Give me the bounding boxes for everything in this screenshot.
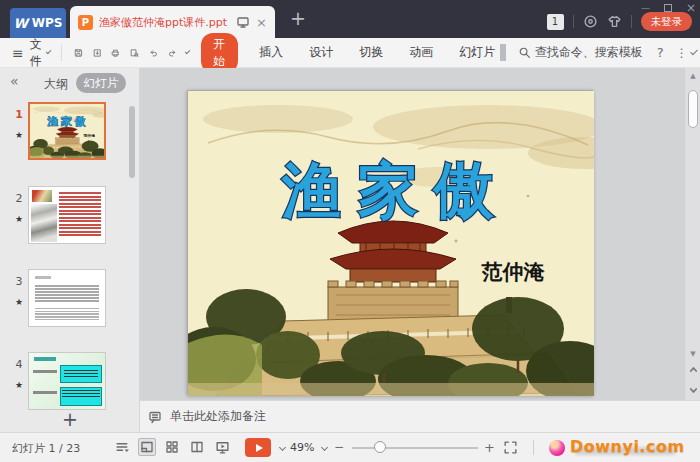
reading-view-icon[interactable] (188, 438, 206, 456)
file-menu-chevron-icon[interactable] (46, 49, 52, 55)
redo-icon[interactable] (168, 45, 177, 61)
slide-thumbnail-3[interactable] (28, 269, 106, 327)
slide-counter: 幻灯片 1 / 23 (12, 441, 80, 456)
outline-tab[interactable]: 大纲 (44, 76, 68, 93)
docer-ball-icon[interactable] (549, 440, 565, 456)
slide-number: 4 (12, 358, 26, 371)
zoom-in-icon[interactable]: + (484, 440, 495, 455)
hamburger-menu-icon[interactable]: ≡ (12, 45, 24, 61)
collapse-panel-icon[interactable]: « (10, 73, 19, 89)
next-slide-button[interactable] (686, 382, 700, 396)
zoom-slider-thumb[interactable] (374, 441, 386, 453)
undo-history-chevron-icon[interactable] (185, 49, 191, 55)
wps-logo-icon: W (13, 16, 27, 31)
command-search[interactable]: 查找命令、搜索模板 (518, 44, 643, 61)
thumbnail-red-text-block (59, 191, 101, 237)
export-icon[interactable] (93, 45, 102, 61)
more-options-icon[interactable]: ⋮ (676, 46, 688, 60)
search-label: 查找命令、搜索模板 (535, 44, 643, 61)
wps-home-tab[interactable]: W WPS (10, 8, 66, 38)
window-maximize-icon[interactable] (664, 4, 672, 12)
help-icon[interactable]: ? (657, 45, 664, 60)
play-options-chevron-icon[interactable] (279, 444, 286, 451)
zoom-level[interactable]: 49% (290, 441, 314, 454)
collapse-ribbon-icon[interactable] (690, 48, 698, 56)
play-slideshow-button[interactable] (245, 438, 271, 457)
animation-star-icon: ★ (12, 380, 26, 390)
tab-transition[interactable]: 切换 (359, 44, 383, 61)
tab-close-icon[interactable]: × (256, 15, 267, 30)
tab-design[interactable]: 设计 (309, 44, 333, 61)
slide-number: 2 (12, 192, 26, 205)
slide-sorter-view-icon[interactable] (163, 438, 181, 456)
tab-animation[interactable]: 动画 (409, 44, 433, 61)
document-tab[interactable]: P 渔家傲范仲淹ppt课件.ppt × (70, 6, 275, 38)
file-menu[interactable]: 文件 (30, 36, 43, 70)
thumbnail-image (32, 190, 52, 202)
notes-toggle-icon[interactable] (113, 438, 131, 456)
thumbnail-ink-painting (31, 204, 57, 242)
thumbnail-label-line (33, 391, 57, 394)
zoom-slider-track[interactable] (352, 447, 478, 449)
view-switcher (113, 438, 231, 456)
slideshow-view-icon[interactable] (213, 438, 231, 456)
divider (61, 45, 62, 61)
vertical-scrollbar: ▲ ▼ (684, 68, 700, 400)
titlebar: W WPS P 渔家傲范仲淹ppt课件.ppt × + — × 1 (0, 0, 700, 38)
slides-tab[interactable]: 幻灯片 (76, 73, 126, 93)
slide-number: 3 (12, 275, 26, 288)
zoom-out-icon[interactable]: − (334, 440, 344, 454)
add-slide-button[interactable]: + (0, 408, 140, 430)
scroll-down-icon[interactable]: ▼ (685, 350, 700, 358)
present-monitor-icon[interactable] (236, 15, 250, 29)
thumbnail-label-line (33, 370, 57, 373)
tab-slideshow[interactable]: 幻灯片 (459, 44, 495, 61)
statusbar: 幻灯片 1 / 23 (0, 432, 700, 462)
document-tab-title: 渔家傲范仲淹ppt课件.ppt (99, 15, 230, 30)
search-icon (518, 46, 531, 59)
ppt-file-icon: P (78, 15, 93, 30)
animation-star-icon: ★ (12, 297, 26, 307)
divider (573, 15, 574, 28)
slide-canvas-area (140, 68, 684, 400)
new-tab-button[interactable]: + (290, 7, 306, 29)
save-icon[interactable] (74, 45, 83, 61)
divider (533, 440, 534, 455)
zoom-chevron-icon[interactable] (321, 444, 328, 451)
scroll-up-icon[interactable]: ▲ (685, 72, 700, 80)
divider (631, 15, 632, 28)
thumbnail-title-line (34, 357, 56, 361)
notes-comment-icon (148, 410, 162, 424)
downyi-watermark: Downyi.com (570, 437, 685, 456)
normal-view-icon[interactable] (138, 438, 156, 456)
wps-presentation-window: 渔家傲 范仲淹 W WPS P 渔家傲范仲淹ppt课件.ppt × + — × … (0, 0, 700, 462)
notes-bar[interactable]: 单击此处添加备注 (140, 400, 700, 432)
print-preview-icon[interactable] (130, 45, 139, 61)
fit-to-window-icon[interactable] (503, 440, 518, 455)
thumbnail-cyan-box (60, 365, 102, 383)
notification-badge[interactable]: 1 (547, 14, 564, 30)
slide-thumbnail-4[interactable] (28, 352, 106, 410)
slide-thumbnail-art (30, 104, 104, 158)
wps-label: WPS (32, 16, 63, 30)
slide-thumbnail-1[interactable] (28, 102, 106, 160)
scrollbar-thumb[interactable] (688, 90, 698, 128)
skin-icon[interactable] (607, 14, 622, 29)
animation-star-icon: ★ (12, 214, 26, 224)
panel-scrollbar-thumb[interactable] (129, 106, 135, 178)
animation-star-icon: ★ (12, 130, 26, 140)
home-tab[interactable]: 开始 (201, 33, 238, 73)
slide-panel: « 大纲 幻灯片 1 ★ 2 ★ 3 ★ 4 ★ (0, 68, 140, 432)
message-icon[interactable] (583, 14, 598, 29)
login-button[interactable]: 未登录 (641, 12, 693, 31)
tab-insert[interactable]: 插入 (259, 44, 283, 61)
cursor-highlight (500, 44, 506, 61)
print-icon[interactable] (111, 45, 120, 61)
slide-thumbnail-2[interactable] (28, 186, 106, 244)
thumbnail-paragraph (35, 284, 99, 302)
titlebar-right-cluster: 1 未登录 (547, 12, 693, 31)
undo-icon[interactable] (149, 45, 158, 61)
previous-slide-button[interactable] (686, 364, 700, 378)
slide-artwork (188, 91, 594, 396)
current-slide[interactable] (187, 90, 593, 395)
